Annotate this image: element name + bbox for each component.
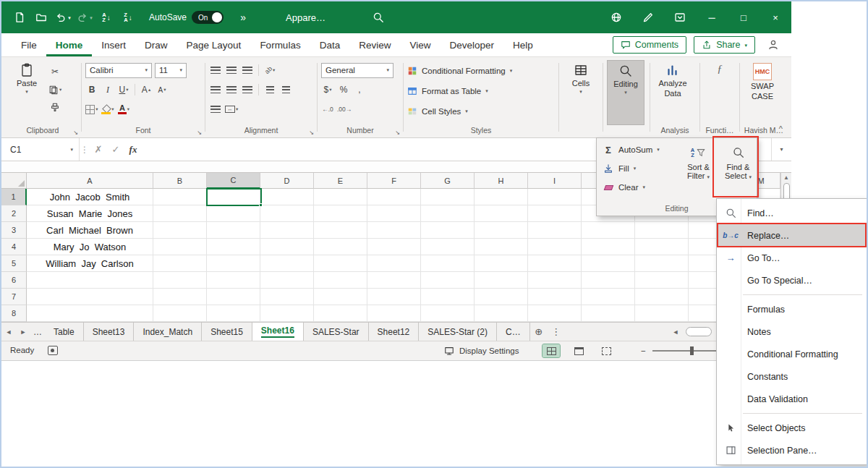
column-header-B[interactable]: B xyxy=(153,173,207,189)
cell-K3[interactable] xyxy=(635,222,689,239)
display-settings-button[interactable]: Display Settings xyxy=(444,341,519,360)
cell-B3[interactable] xyxy=(153,222,207,239)
cell-J3[interactable] xyxy=(582,222,635,239)
cell-I7[interactable] xyxy=(528,289,582,305)
select-all-corner[interactable] xyxy=(1,173,27,189)
cell-C6[interactable] xyxy=(207,272,260,289)
row-header-3[interactable]: 3 xyxy=(1,222,27,239)
align-left-button[interactable] xyxy=(209,82,222,97)
row-header-7[interactable]: 7 xyxy=(1,289,27,305)
collapse-ribbon-button[interactable]: ^ xyxy=(779,124,783,133)
cell-J8[interactable] xyxy=(582,305,635,322)
conditional-formatting-button[interactable]: Conditional Formatting ▾ xyxy=(407,61,555,80)
cell-B8[interactable] xyxy=(153,305,207,322)
copy-button[interactable]: ▾ xyxy=(48,82,61,97)
font-dialog-launcher[interactable]: ↘ xyxy=(197,129,202,136)
align-bottom-button[interactable] xyxy=(241,63,254,77)
cell-K5[interactable] xyxy=(635,255,689,272)
fill-handle[interactable] xyxy=(259,203,263,207)
menu-item-constants[interactable]: Constants xyxy=(717,365,867,388)
cell-I2[interactable] xyxy=(528,205,582,222)
font-color-button[interactable]: A▾ xyxy=(117,102,130,116)
cell-F7[interactable] xyxy=(367,289,421,305)
menu-item-notes[interactable]: Notes xyxy=(717,320,867,343)
cell-G2[interactable] xyxy=(421,205,475,222)
number-format-select[interactable]: General▾ xyxy=(321,63,393,78)
menu-item-replace[interactable]: b→cReplace… xyxy=(717,224,867,247)
cell-I8[interactable] xyxy=(528,305,582,322)
comma-style-button[interactable]: , xyxy=(353,82,366,97)
cell-C4[interactable] xyxy=(207,239,260,255)
macro-record-icon[interactable] xyxy=(48,346,58,355)
alignment-dialog-launcher[interactable]: ↘ xyxy=(309,129,314,136)
cell-E2[interactable] xyxy=(314,205,367,222)
cell-C7[interactable] xyxy=(207,289,260,305)
cell-I4[interactable] xyxy=(528,239,582,255)
fill-button[interactable]: Fill ▾ xyxy=(603,161,660,176)
cell-D8[interactable] xyxy=(260,305,314,322)
cell-G8[interactable] xyxy=(421,305,475,322)
cell-D3[interactable] xyxy=(260,222,314,239)
menu-tab-draw[interactable]: Draw xyxy=(135,33,177,56)
align-right-button[interactable] xyxy=(241,82,254,97)
cell-F2[interactable] xyxy=(367,205,421,222)
sheet-options-button[interactable]: ⋮ xyxy=(548,323,565,341)
cell-G7[interactable] xyxy=(421,289,475,305)
column-header-A[interactable]: A xyxy=(27,173,153,189)
ribbon-display-options-icon[interactable] xyxy=(664,1,696,33)
open-folder-icon[interactable] xyxy=(30,7,52,28)
cell-J6[interactable] xyxy=(582,272,635,289)
menu-tab-help[interactable]: Help xyxy=(503,33,542,56)
cell-I1[interactable] xyxy=(528,189,582,205)
sheet-tab-index-match[interactable]: Index_Match xyxy=(134,323,202,341)
cell-D4[interactable] xyxy=(260,239,314,255)
menu-item-go-to[interactable]: →Go To… xyxy=(717,247,867,269)
cell-F1[interactable] xyxy=(367,189,421,205)
scroll-up-icon[interactable]: ▲ xyxy=(783,174,789,181)
sort-descending-button[interactable]: ZA↓ xyxy=(117,7,139,28)
merge-center-button[interactable]: ▾ xyxy=(225,102,238,116)
orientation-button[interactable]: ▾ xyxy=(263,63,276,77)
cell-A4[interactable]: Mary Jo Watson xyxy=(27,239,153,255)
cell-C8[interactable] xyxy=(207,305,260,322)
selected-cell-outline[interactable] xyxy=(206,188,262,206)
cell-H1[interactable] xyxy=(475,189,528,205)
cell-D6[interactable] xyxy=(260,272,314,289)
cell-A8[interactable] xyxy=(27,305,153,322)
align-middle-button[interactable] xyxy=(225,63,238,77)
sheet-tab-sales-star[interactable]: SALES-Star xyxy=(304,323,369,341)
column-header-H[interactable]: H xyxy=(475,173,528,189)
clear-button[interactable]: Clear ▾ xyxy=(603,179,660,195)
cell-E4[interactable] xyxy=(314,239,367,255)
normal-view-button[interactable] xyxy=(542,344,560,357)
undo-button[interactable]: ▾ xyxy=(52,7,74,28)
column-header-C[interactable]: C xyxy=(207,173,260,189)
cell-F6[interactable] xyxy=(367,272,421,289)
accounting-format-button[interactable]: $▾ xyxy=(321,82,334,97)
search-icon[interactable] xyxy=(367,7,389,28)
cell-H5[interactable] xyxy=(475,255,528,272)
cell-F4[interactable] xyxy=(367,239,421,255)
app-file-icon[interactable] xyxy=(9,7,30,28)
italic-button[interactable]: I xyxy=(101,82,114,97)
sheet-tab-sheet13[interactable]: Sheet13 xyxy=(84,323,135,341)
cell-D2[interactable] xyxy=(260,205,314,222)
row-header-8[interactable]: 8 xyxy=(1,305,27,322)
find-select-button[interactable]: Find & Select ▾ xyxy=(719,141,757,182)
format-as-table-button[interactable]: Format as Table ▾ xyxy=(407,82,555,100)
borders-button[interactable]: ▾ xyxy=(85,102,98,116)
cell-K4[interactable] xyxy=(635,239,689,255)
row-header-1[interactable]: 1 xyxy=(1,189,27,205)
cell-H8[interactable] xyxy=(475,305,528,322)
shrink-font-button[interactable]: A▾ xyxy=(156,82,169,97)
cell-H2[interactable] xyxy=(475,205,528,222)
cell-K7[interactable] xyxy=(635,289,689,305)
network-globe-icon[interactable] xyxy=(600,1,632,33)
format-painter-button[interactable] xyxy=(48,101,61,115)
cell-E3[interactable] xyxy=(314,222,367,239)
menu-item-find[interactable]: Find… xyxy=(717,202,867,224)
cell-H3[interactable] xyxy=(475,222,528,239)
cell-A7[interactable] xyxy=(27,289,153,305)
maximize-button[interactable]: □ xyxy=(728,1,760,33)
comments-button[interactable]: Comments xyxy=(613,36,686,54)
